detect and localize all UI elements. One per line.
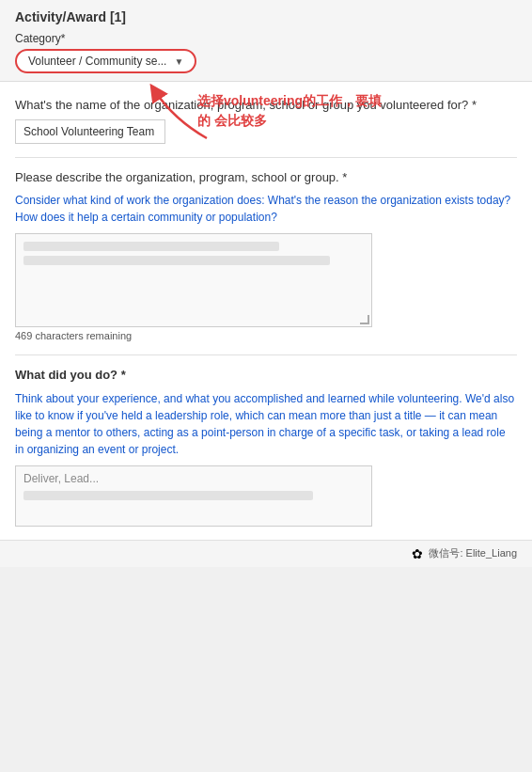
org-name-section: What's the name of the organization, pro… [15,97,517,144]
main-content: What's the name of the organization, pro… [0,82,532,527]
header-bar: Activity/Award [1] Category* Volunteer /… [0,0,532,82]
what-did-textarea[interactable]: Deliver, Lead... [15,465,372,527]
org-name-label: What's the name of the organization, pro… [15,97,517,114]
watermark-text: 微信号: Elite_Liang [429,546,517,560]
org-name-input[interactable] [15,119,165,144]
org-desc-textarea-wrapper [15,233,517,327]
watermark-bar: ✿ 微信号: Elite_Liang [0,540,532,567]
org-desc-section: Please describe the organization, progra… [15,169,517,341]
deliver-placeholder: Deliver, Lead... [16,466,371,491]
what-did-hint: Think about your experience, and what yo… [15,390,517,458]
divider-2 [15,354,517,355]
watermark-icon: ✿ [412,546,423,561]
page-container: Activity/Award [1] Category* Volunteer /… [0,0,532,567]
category-dropdown[interactable]: Volunteer / Community se... ▼ [15,49,196,73]
char-remaining: 469 characters remaining [15,330,517,341]
chevron-down-icon: ▼ [174,56,183,67]
what-did-section: What did you do? * Think about your expe… [15,367,517,526]
org-desc-textarea[interactable] [15,233,372,327]
category-value: Volunteer / Community se... [28,55,166,68]
org-desc-hint: Consider what kind of work the organizat… [15,192,517,226]
category-label: Category* [15,32,517,45]
activity-title: Activity/Award [1] [15,9,517,24]
org-desc-label: Please describe the organization, progra… [15,169,517,186]
divider-1 [15,157,517,158]
what-did-label: What did you do? * [15,367,517,384]
resize-handle [360,315,369,324]
